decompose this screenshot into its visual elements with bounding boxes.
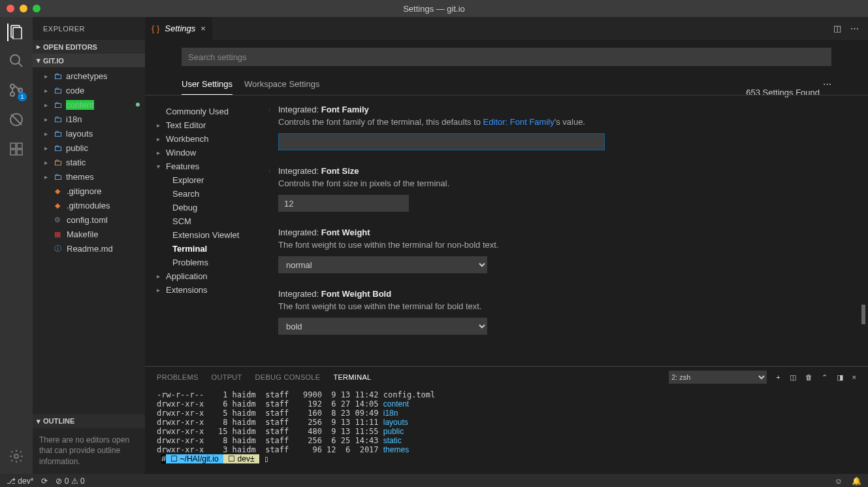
chevron-icon: [44, 173, 50, 180]
scope-workspace[interactable]: Workspace Settings: [244, 74, 319, 95]
tree-item-.gitignore[interactable]: ◆.gitignore: [33, 184, 145, 198]
tree-item-themes[interactable]: 🗀themes: [33, 169, 145, 184]
toc-explorer[interactable]: Explorer: [172, 173, 269, 187]
tree-item-config.toml[interactable]: ⚙config.toml: [33, 212, 145, 227]
tree-item-layouts[interactable]: 🗀layouts: [33, 126, 145, 141]
panel-debug-console[interactable]: DEBUG CONSOLE: [255, 373, 321, 381]
toc-terminal[interactable]: Terminal: [172, 242, 269, 256]
maximize-panel-icon[interactable]: ◨: [837, 373, 843, 382]
close-window[interactable]: [7, 5, 14, 12]
outline-empty: There are no editors open that can provi…: [33, 428, 145, 474]
tree-item-content[interactable]: 🗀content: [33, 97, 145, 112]
tree-item-public[interactable]: 🗀public: [33, 141, 145, 155]
toc-scm[interactable]: SCM: [172, 214, 269, 228]
gear-icon[interactable]: ⚙: [269, 105, 270, 114]
problems-indicator[interactable]: ⊘ 0 ⚠ 0: [56, 477, 84, 486]
folder-icon: 🗀: [54, 114, 62, 124]
svg-point-13: [14, 454, 18, 458]
toc-debug[interactable]: Debug: [172, 201, 269, 214]
explorer-icon[interactable]: [7, 24, 24, 41]
toc-commonly-used[interactable]: Commonly Used: [157, 105, 269, 118]
panel-terminal[interactable]: TERMINAL: [333, 373, 371, 381]
font-weight-select[interactable]: normal: [278, 256, 487, 273]
folder-icon: 🗀: [54, 100, 62, 110]
settings-gear-icon[interactable]: [8, 448, 24, 466]
branch-indicator[interactable]: ⎇ dev*: [7, 477, 33, 486]
sidebar-title: EXPLORER: [33, 17, 145, 40]
font-weight-bold-select[interactable]: bold: [278, 318, 487, 335]
open-editors-section[interactable]: OPEN EDITORS: [33, 40, 145, 54]
toc-text-editor[interactable]: Text Editor: [157, 118, 269, 132]
panel-problems[interactable]: PROBLEMS: [157, 373, 199, 381]
minimize-window[interactable]: [20, 5, 27, 12]
svg-point-5: [10, 92, 14, 96]
terminal-picker[interactable]: 2: zsh: [669, 371, 767, 384]
folder-icon: 🗀: [54, 158, 62, 167]
toc-search[interactable]: Search: [172, 187, 269, 201]
debug-icon[interactable]: [8, 112, 24, 129]
settings-toc: Commonly Used Text Editor Workbench Wind…: [145, 95, 269, 366]
setting-font-weight-bold: Integrated: Font Weight Bold The font we…: [278, 289, 855, 335]
settings-tab-icon: { }: [152, 24, 159, 33]
extensions-icon[interactable]: [8, 141, 24, 159]
split-editor-icon[interactable]: ◫: [833, 24, 841, 33]
file-tree: 🗀archetypes🗀code🗀content🗀i18n🗀layouts🗀pu…: [33, 67, 145, 257]
tab-settings[interactable]: { } Settings ×: [145, 17, 212, 40]
chevron-up-icon[interactable]: ⌃: [822, 373, 828, 382]
new-terminal-icon[interactable]: +: [776, 373, 780, 381]
close-tab-icon[interactable]: ×: [201, 24, 206, 33]
search-icon[interactable]: [8, 53, 24, 71]
file-icon: ◆: [52, 186, 63, 196]
terminal-output[interactable]: -rw-r--r-- 1 haidm staff 9900 9 13 11:42…: [145, 388, 868, 474]
tree-item-i18n[interactable]: 🗀i18n: [33, 112, 145, 126]
titlebar: Settings — git.io: [0, 0, 868, 17]
kill-terminal-icon[interactable]: 🗑: [805, 373, 812, 381]
file-icon: ⓘ: [52, 243, 63, 254]
font-family-input[interactable]: [278, 133, 605, 150]
close-panel-icon[interactable]: ×: [852, 373, 856, 381]
scope-user[interactable]: User Settings: [182, 74, 233, 95]
feedback-icon[interactable]: ☺: [835, 477, 843, 486]
outline-section[interactable]: OUTLINE: [33, 414, 145, 428]
panel-output[interactable]: OUTPUT: [212, 373, 242, 381]
toc-window[interactable]: Window: [157, 146, 269, 160]
folder-icon: 🗀: [54, 86, 62, 95]
workspace-section[interactable]: GIT.IO: [33, 54, 145, 67]
chevron-icon: [44, 130, 50, 137]
svg-line-8: [11, 114, 22, 125]
file-icon: ⚙: [52, 214, 63, 225]
split-terminal-icon[interactable]: ◫: [790, 373, 796, 382]
toc-extension-viewlet[interactable]: Extension Viewlet: [172, 228, 269, 242]
editor-area: { } Settings × ◫ ⋯ 653 Settings Found Us…: [145, 17, 868, 474]
tree-item-archetypes[interactable]: 🗀archetypes: [33, 69, 145, 83]
toc-workbench[interactable]: Workbench: [157, 132, 269, 146]
tree-item-.gitmodules[interactable]: ◆.gitmodules: [33, 198, 145, 212]
tree-item-static[interactable]: 🗀static: [33, 155, 145, 169]
toc-features[interactable]: Features: [157, 160, 269, 173]
scope-more-icon[interactable]: ⋯: [823, 74, 831, 95]
tree-item-Readme.md[interactable]: ⓘReadme.md: [33, 241, 145, 256]
settings-list[interactable]: ⚙ Integrated: Font Family Controls the f…: [269, 95, 868, 366]
chevron-icon: [44, 73, 50, 80]
svg-point-2: [10, 55, 20, 64]
folder-icon: 🗀: [54, 172, 62, 182]
folder-icon: 🗀: [54, 129, 62, 139]
scm-icon[interactable]: 1: [8, 82, 24, 100]
font-size-input[interactable]: [278, 195, 409, 212]
maximize-window[interactable]: [33, 5, 40, 12]
minimap-scroll[interactable]: [861, 305, 865, 324]
svg-rect-12: [17, 150, 22, 155]
sidebar: EXPLORER OPEN EDITORS GIT.IO 🗀archetypes…: [33, 17, 145, 474]
toc-application[interactable]: Application: [157, 269, 269, 283]
gear-icon[interactable]: ⚙: [269, 166, 270, 176]
tree-item-Makefile[interactable]: ▦Makefile: [33, 227, 145, 241]
toc-extensions[interactable]: Extensions: [157, 283, 269, 297]
tree-item-code[interactable]: 🗀code: [33, 83, 145, 97]
settings-search-input[interactable]: [182, 48, 831, 66]
bell-icon[interactable]: 🔔: [852, 477, 861, 486]
toc-problems[interactable]: Problems: [172, 256, 269, 269]
editor-font-family-link[interactable]: Editor: Font Family: [483, 117, 555, 127]
tab-bar: { } Settings × ◫ ⋯: [145, 17, 868, 40]
sync-icon[interactable]: ⟳: [41, 477, 48, 486]
more-actions-icon[interactable]: ⋯: [850, 24, 859, 33]
